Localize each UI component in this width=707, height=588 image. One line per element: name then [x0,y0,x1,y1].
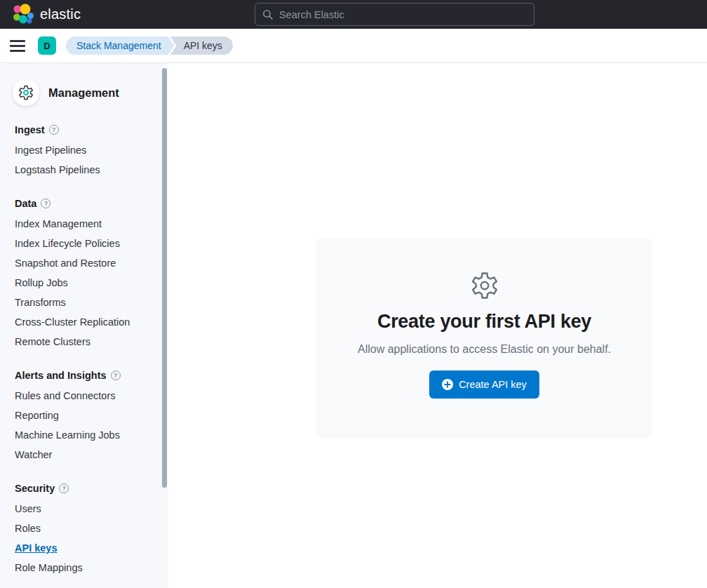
sidebar-item-ingest-pipelines[interactable]: Ingest Pipelines [15,140,86,160]
empty-state-title: Create your first API key [377,311,591,333]
management-app-icon [13,79,39,106]
sidebar-item-rules-and-connectors[interactable]: Rules and Connectors [15,386,115,406]
api-keys-empty-state-panel: Create your first API key Allow applicat… [316,238,652,439]
nav-section-data: DataIndex ManagementIndex Lifecycle Poli… [0,198,168,352]
sidebar-item-cross-cluster-replication[interactable]: Cross-Cluster Replication [15,312,130,332]
sidebar-item-transforms[interactable]: Transforms [15,293,66,312]
sidebar-item-users[interactable]: Users [15,499,41,519]
sidebar-item-machine-learning-jobs[interactable]: Machine Learning Jobs [15,425,120,445]
sidebar-item-watcher[interactable]: Watcher [15,445,52,465]
breadcrumb: Stack Management API keys [66,36,233,55]
sidebar-item-role-mappings[interactable]: Role Mappings [15,558,83,577]
sidebar-item-roles[interactable]: Roles [15,519,41,538]
section-label-security: Security [15,483,55,494]
elastic-logo-icon [11,4,34,26]
nav-section-alerts-and-insights: Alerts and InsightsRules and ConnectorsR… [0,370,168,465]
search-input[interactable] [279,9,527,20]
sidebar-item-rollup-jobs[interactable]: Rollup Jobs [15,273,68,293]
nav-section-security: SecurityUsersRolesAPI keysRole Mappings [0,483,168,577]
main-content: Create your first API key Allow applicat… [168,63,707,588]
create-api-key-button-label: Create API key [459,379,527,390]
sidebar-item-reporting[interactable]: Reporting [15,406,59,425]
section-label-alerts-and-insights: Alerts and Insights [15,370,107,381]
help-question-icon[interactable] [49,125,59,135]
sidebar-item-remote-clusters[interactable]: Remote Clusters [15,332,90,352]
sidebar-title: Management [48,86,119,100]
sidebar-item-snapshot-and-restore[interactable]: Snapshot and Restore [15,253,116,273]
sidebar-item-logstash-pipelines[interactable]: Logstash Pipelines [15,160,100,180]
breadcrumb-stack-management[interactable]: Stack Management [66,36,175,55]
elastic-logo[interactable]: elastic [11,4,81,26]
nav-section-ingest: IngestIngest PipelinesLogstash Pipelines [0,124,168,180]
breadcrumb-api-keys: API keys [170,36,233,55]
gear-icon [469,269,501,302]
section-label-data: Data [15,198,36,209]
top-header-bar: elastic [0,0,707,29]
management-sidebar: Management IngestIngest PipelinesLogstas… [0,63,168,588]
sidebar-item-api-keys[interactable]: API keys [15,538,57,558]
space-avatar[interactable]: D [38,36,56,55]
global-search[interactable] [255,3,534,26]
sidebar-nav: IngestIngest PipelinesLogstash Pipelines… [0,124,168,577]
menu-hamburger-icon[interactable] [10,37,27,54]
management-header: Management [0,79,168,106]
plus-in-circle-icon [442,379,453,390]
logo-text: elastic [40,6,81,22]
breadcrumb-bar: D Stack Management API keys [0,29,707,63]
create-api-key-button[interactable]: Create API key [429,370,539,399]
section-label-ingest: Ingest [15,124,45,135]
sidebar-item-index-lifecycle-policies[interactable]: Index Lifecycle Policies [15,234,120,253]
sidebar-item-index-management[interactable]: Index Management [15,214,102,234]
help-question-icon[interactable] [59,483,69,493]
search-icon [262,9,274,20]
help-question-icon[interactable] [41,199,50,208]
sidebar-scrollbar[interactable] [162,68,167,488]
empty-state-description: Allow applications to access Elastic on … [358,343,611,356]
help-question-icon[interactable] [111,370,121,380]
